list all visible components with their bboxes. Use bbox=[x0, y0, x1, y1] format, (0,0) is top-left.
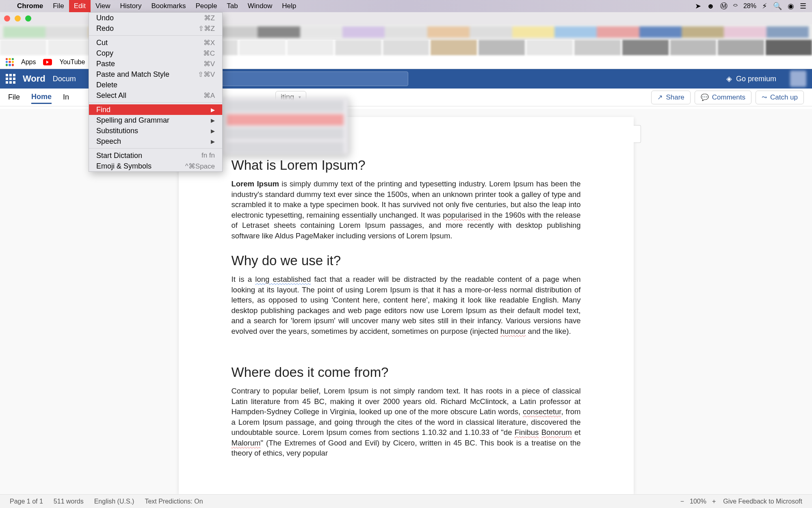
menu-history[interactable]: History bbox=[115, 0, 146, 12]
menu-item-spelling-and-grammar[interactable]: Spelling and Grammar▶ bbox=[89, 115, 222, 125]
control-center-icon[interactable]: ☰ bbox=[800, 2, 806, 11]
user-avatar[interactable] bbox=[790, 71, 806, 87]
menu-bookmarks[interactable]: Bookmarks bbox=[146, 0, 191, 12]
menu-help[interactable]: Help bbox=[277, 0, 301, 12]
menu-item-select-all[interactable]: Select All⌘A bbox=[89, 90, 222, 101]
status-page[interactable]: Page 1 of 1 bbox=[10, 498, 43, 505]
menu-tab[interactable]: Tab bbox=[222, 0, 243, 12]
menu-item-substitutions[interactable]: Substitutions▶ bbox=[89, 125, 222, 136]
menu-window[interactable]: Window bbox=[243, 0, 277, 12]
status-icon-3[interactable]: Ⓜ bbox=[720, 1, 728, 11]
menu-view[interactable]: View bbox=[91, 0, 115, 12]
paragraph-2[interactable]: It is a long established fact that a rea… bbox=[232, 274, 581, 336]
siri-icon[interactable]: ◉ bbox=[788, 2, 794, 11]
zoom-in-button[interactable]: + bbox=[712, 498, 716, 505]
tab-file[interactable]: File bbox=[8, 91, 20, 103]
menu-item-paste-and-match-style[interactable]: Paste and Match Style⇧⌘V bbox=[89, 69, 222, 80]
catchup-button[interactable]: ⤳Catch up bbox=[756, 91, 804, 104]
menu-file[interactable]: File bbox=[48, 0, 69, 12]
status-predictions[interactable]: Text Predictions: On bbox=[145, 498, 203, 505]
menu-item-emoji-symbols[interactable]: Emoji & Symbols^⌘Space bbox=[89, 161, 222, 171]
wifi-icon[interactable]: ⌔ bbox=[733, 2, 738, 11]
feedback-link[interactable]: Give Feedback to Microsoft bbox=[723, 498, 802, 505]
tab-home[interactable]: Home bbox=[31, 91, 52, 104]
battery-icon[interactable]: ⚡︎ bbox=[762, 2, 767, 11]
youtube-icon[interactable] bbox=[43, 59, 52, 65]
battery-percent: 28% bbox=[743, 2, 756, 10]
menu-item-cut[interactable]: Cut⌘X bbox=[89, 37, 222, 48]
close-window-button[interactable] bbox=[4, 15, 10, 22]
status-icon-1[interactable]: ➤ bbox=[695, 2, 701, 11]
status-bar: Page 1 of 1 511 words English (U.S.) Tex… bbox=[0, 494, 812, 508]
comment-icon: 💬 bbox=[701, 93, 709, 101]
page-tab-handle[interactable] bbox=[634, 125, 641, 143]
share-label: Share bbox=[666, 93, 684, 102]
go-premium-button[interactable]: ◈ Go premium bbox=[726, 74, 776, 83]
menu-edit[interactable]: Edit bbox=[69, 0, 91, 12]
maximize-window-button[interactable] bbox=[25, 15, 31, 22]
minimize-window-button[interactable] bbox=[15, 15, 21, 22]
apps-grid-icon[interactable] bbox=[6, 58, 14, 66]
go-premium-label: Go premium bbox=[736, 75, 776, 83]
app-launcher-icon[interactable] bbox=[6, 74, 15, 84]
diamond-icon: ◈ bbox=[726, 74, 732, 83]
find-submenu-blurred bbox=[222, 97, 348, 154]
bookmark-youtube[interactable]: YouTube bbox=[59, 58, 85, 66]
share-button[interactable]: ↗Share bbox=[651, 91, 690, 104]
edit-menu-dropdown: Undo⌘ZRedo⇧⌘ZCut⌘XCopy⌘CPaste⌘VPaste and… bbox=[89, 12, 223, 172]
zoom-out-button[interactable]: − bbox=[680, 498, 684, 505]
menu-item-paste[interactable]: Paste⌘V bbox=[89, 58, 222, 69]
menu-item-copy[interactable]: Copy⌘C bbox=[89, 48, 222, 58]
heading-2[interactable]: Why do we use it? bbox=[232, 253, 581, 268]
document-title[interactable]: Docum bbox=[53, 75, 76, 83]
status-icon-2[interactable]: ☻ bbox=[707, 2, 715, 11]
heading-1[interactable]: What is Lorem Ipsum? bbox=[232, 158, 581, 173]
menu-people[interactable]: People bbox=[191, 0, 222, 12]
zoom-level[interactable]: 100% bbox=[690, 498, 706, 505]
comments-button[interactable]: 💬Comments bbox=[695, 91, 751, 104]
menu-item-redo[interactable]: Redo⇧⌘Z bbox=[89, 23, 222, 34]
menu-item-undo[interactable]: Undo⌘Z bbox=[89, 13, 222, 23]
paragraph-3[interactable]: Contrary to popular belief, Lorem Ipsum … bbox=[232, 386, 581, 458]
spotlight-icon[interactable]: 🔍 bbox=[773, 2, 782, 11]
menu-app[interactable]: Chrome bbox=[12, 0, 48, 12]
menu-item-find[interactable]: Find▶ bbox=[89, 104, 222, 115]
traffic-lights bbox=[4, 15, 31, 22]
status-words[interactable]: 511 words bbox=[54, 498, 84, 505]
menu-item-start-dictation[interactable]: Start Dictationfn fn bbox=[89, 150, 222, 161]
word-brand[interactable]: Word bbox=[23, 73, 45, 84]
tab-insert[interactable]: In bbox=[63, 91, 69, 103]
share-icon: ↗ bbox=[657, 93, 663, 101]
mac-menubar: Chrome File Edit View History Bookmarks … bbox=[0, 0, 812, 12]
document-page[interactable]: What is Lorem Ipsum? Lorem Ipsum is simp… bbox=[179, 117, 634, 494]
menu-item-delete[interactable]: Delete bbox=[89, 80, 222, 90]
heading-3[interactable]: Where does it come from? bbox=[232, 365, 581, 380]
mac-status-right: ➤ ☻ Ⓜ ⌔ 28% ⚡︎ 🔍 ◉ ☰ bbox=[695, 1, 806, 11]
menu-item-speech[interactable]: Speech▶ bbox=[89, 136, 222, 147]
status-language[interactable]: English (U.S.) bbox=[94, 498, 134, 505]
comments-label: Comments bbox=[712, 93, 745, 102]
bookmark-apps[interactable]: Apps bbox=[21, 58, 36, 66]
catchup-icon: ⤳ bbox=[762, 93, 767, 101]
catchup-label: Catch up bbox=[770, 93, 798, 102]
paragraph-1[interactable]: Lorem Ipsum is simply dummy text of the … bbox=[232, 179, 581, 241]
